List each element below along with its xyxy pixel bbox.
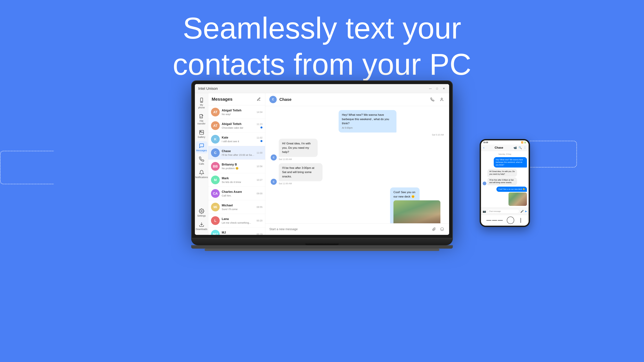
close-button[interactable]: ✕ bbox=[442, 87, 446, 91]
message-bubble-sent: Hey! What new? We wanna have barbeque th… bbox=[338, 110, 444, 136]
conversation-item[interactable]: MJ MJ 24155, 3622 Hillside Drive, at 12:… bbox=[208, 227, 265, 235]
conv-meta: 09:00 bbox=[256, 192, 262, 195]
conv-name: Abigail Tetteh bbox=[222, 122, 254, 126]
avatar: M bbox=[211, 176, 220, 184]
sidebar-item-notifications[interactable]: Notifications bbox=[196, 168, 208, 180]
sidebar-item-notifications-label: Notifications bbox=[195, 176, 208, 179]
hero-line2: contacts from your PC bbox=[173, 47, 472, 81]
avatar: AT bbox=[211, 108, 220, 116]
conv-time: 10:56 bbox=[256, 165, 262, 168]
phone-back-button[interactable]: ‹ bbox=[483, 146, 484, 150]
call-icon bbox=[430, 98, 434, 102]
minimize-button[interactable]: — bbox=[428, 87, 432, 91]
svg-point-6 bbox=[441, 98, 442, 99]
conv-name: Lana bbox=[222, 217, 254, 221]
phone-more-icon[interactable]: ⋮ bbox=[524, 146, 526, 149]
downloads-icon bbox=[199, 222, 204, 227]
phone-send-button[interactable]: ➤ bbox=[525, 210, 527, 213]
conversation-item[interactable]: M Mark So lets do it tmrw 10:27 bbox=[208, 173, 265, 187]
conv-name: Abigail Tetteh bbox=[222, 109, 254, 112]
avatar: AT bbox=[211, 121, 220, 130]
call-button[interactable] bbox=[429, 96, 436, 103]
phone-recent-apps-button[interactable] bbox=[492, 220, 497, 221]
conv-meta: 10:27 bbox=[256, 179, 262, 181]
phone-mic-icon[interactable]: 🎤 bbox=[520, 210, 524, 213]
settings-icon bbox=[199, 208, 204, 214]
phone-recent-apps-button[interactable] bbox=[486, 220, 492, 221]
hero-section: Seamlessly text your contacts from your … bbox=[0, 10, 644, 82]
conv-preview: Call him. bbox=[222, 194, 254, 197]
conv-info: Britanny B No problem 😊 bbox=[222, 163, 254, 170]
messages-icon bbox=[199, 143, 204, 148]
conversation-item[interactable]: AT Abigail Tetteh Chocolate cake da! 11:… bbox=[208, 119, 265, 133]
conv-info: Lana Let me check something... bbox=[222, 217, 254, 224]
conv-name: Chase bbox=[222, 150, 254, 153]
phone-date-label: Saturday, 15 Aug bbox=[483, 153, 527, 155]
chat-contact-avatar: C bbox=[269, 96, 277, 103]
avatar: BB bbox=[211, 162, 220, 171]
conv-preview: Chocolate cake da! bbox=[222, 126, 254, 129]
phone-contact-name: Chase bbox=[486, 146, 512, 150]
conversation-item[interactable]: AT Abigail Tetteh No way! 14:04 bbox=[208, 105, 265, 119]
svg-point-1 bbox=[201, 101, 202, 102]
conv-preview: No way! bbox=[222, 113, 254, 116]
sidebar-item-settings[interactable]: Settings bbox=[196, 207, 208, 219]
avatar: L bbox=[211, 216, 220, 225]
sidebar-item-downloads[interactable]: Downloads bbox=[196, 220, 208, 232]
chat-input[interactable] bbox=[269, 227, 429, 231]
phone-camera-icon[interactable]: 📷 bbox=[483, 210, 486, 213]
phone-message-bubble: Hi! Great idea, i'm with you. Do you nee… bbox=[487, 169, 517, 177]
paperclip-icon bbox=[432, 227, 436, 231]
conversation-item[interactable]: Mi Michael Sure! I'll come 08:55 bbox=[208, 200, 265, 214]
conversation-list: AT Abigail Tetteh No way! 14:04 AT bbox=[208, 105, 265, 235]
phone-message-row-sent: Cool! See u on our new deck 🌞 bbox=[483, 186, 527, 206]
conv-meta: 08:55 bbox=[256, 206, 262, 208]
phone-home-button[interactable] bbox=[507, 217, 514, 224]
conversation-item-active[interactable]: C Chase I'll be free after 15:00 at Sat … bbox=[208, 146, 265, 160]
conv-name: Michael bbox=[222, 204, 254, 207]
phone-video-icon[interactable]: 📹 bbox=[514, 146, 517, 149]
messages-panel-title: Messages bbox=[212, 97, 232, 102]
laptop-foot bbox=[204, 249, 440, 251]
phone-message-bubble: Cool! See u on our new deck 🌞 bbox=[496, 186, 527, 192]
conversation-item[interactable]: L Lana Let me check something... 00:20 bbox=[208, 214, 265, 227]
conv-preview: No problem 😊 bbox=[222, 167, 254, 170]
conv-meta: 14:04 bbox=[256, 111, 262, 113]
sidebar-item-file-transfer[interactable]: File transfer bbox=[196, 112, 208, 127]
phone-chat-input[interactable]: Chat message bbox=[487, 209, 520, 213]
app-body: My phone File transfer Gallery bbox=[195, 93, 449, 235]
phone-action-icons: 📹 🔍 ⋮ bbox=[514, 146, 526, 149]
laptop-stand bbox=[191, 245, 453, 249]
new-message-button[interactable] bbox=[256, 96, 262, 102]
phone-search-icon[interactable]: 🔍 bbox=[518, 146, 522, 149]
maximize-button[interactable]: □ bbox=[435, 87, 439, 91]
message-bubble-received: Hi! Great idea, i'm with you. Do you nee… bbox=[279, 139, 350, 161]
phone-time: 13:25 bbox=[483, 141, 488, 144]
laptop-screen-area: Intel Unison — □ ✕ My phone bbox=[191, 80, 453, 238]
conv-info: Mark So lets do it tmrw bbox=[222, 177, 254, 183]
contact-info-button[interactable] bbox=[438, 96, 445, 103]
sidebar-item-gallery[interactable]: Gallery bbox=[196, 128, 208, 140]
chat-contact-name: Chase bbox=[280, 97, 426, 102]
phone-chat-header: ‹ Chase 📹 🔍 ⋮ bbox=[481, 145, 528, 151]
chat-area: C Chase bbox=[265, 93, 449, 235]
sidebar-item-messages[interactable]: Messages bbox=[196, 141, 208, 154]
sidebar-item-downloads-label: Downloads bbox=[196, 228, 207, 230]
sidebar-item-my-phone[interactable]: My phone bbox=[196, 96, 208, 111]
conv-preview: Let me check something... bbox=[222, 221, 254, 224]
message-time: Sat 11:00 AM bbox=[279, 158, 350, 161]
phone-back-nav-button[interactable] bbox=[520, 218, 521, 223]
conv-time: 14:04 bbox=[256, 111, 262, 113]
conversation-item[interactable]: BB Britanny B No problem 😊 10:56 bbox=[208, 160, 265, 173]
conv-meta: 11:23 bbox=[256, 123, 262, 129]
conversation-item[interactable]: K Kate I still dont see it 11:02 bbox=[208, 133, 265, 146]
attach-button[interactable] bbox=[431, 226, 437, 232]
avatar: Mi bbox=[211, 203, 220, 211]
conv-meta: 10:56 bbox=[256, 165, 262, 168]
emoji-button[interactable] bbox=[439, 226, 445, 232]
conversation-item[interactable]: CA Charles Asare Call him. 09:00 bbox=[208, 187, 265, 200]
phone-recent-apps-button[interactable] bbox=[498, 220, 503, 221]
conv-info: Charles Asare Call him. bbox=[222, 190, 254, 197]
sidebar-item-calls[interactable]: Calls bbox=[196, 155, 208, 167]
avatar: MJ bbox=[211, 230, 220, 235]
